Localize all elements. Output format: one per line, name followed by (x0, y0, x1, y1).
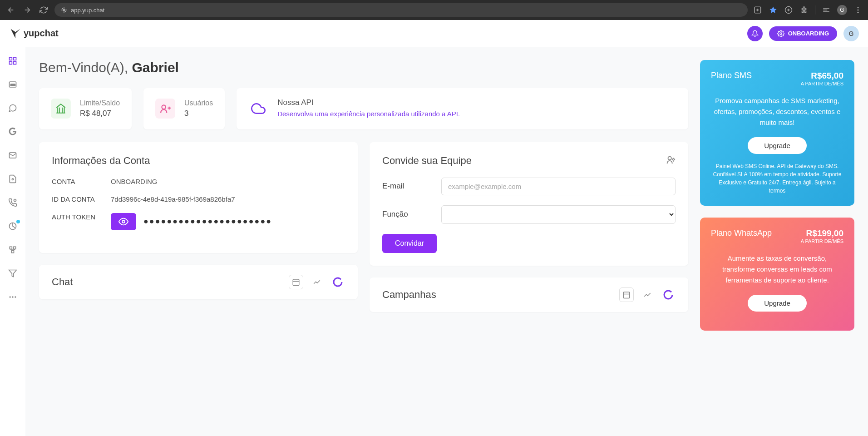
plan-sms-name: Plano SMS (711, 71, 752, 80)
loading-icon[interactable] (661, 287, 676, 302)
back-button[interactable] (5, 5, 16, 15)
users-value: 3 (184, 109, 213, 118)
onboarding-button[interactable]: ONBOARDING (769, 26, 837, 41)
sidebar-item-sms[interactable]: SMS (7, 79, 18, 90)
plan-wa-price: R$199,00 (801, 228, 843, 238)
sidebar-item-google[interactable] (7, 126, 18, 137)
conta-value: ONBOARDING (111, 178, 345, 185)
chart-line-icon[interactable] (310, 275, 324, 289)
email-label: E-mail (382, 182, 432, 191)
sidebar-item-calls[interactable] (7, 197, 18, 208)
reload-button[interactable] (38, 5, 49, 15)
balance-value: R$ 48,07 (80, 109, 120, 118)
svg-point-8 (858, 12, 859, 13)
campaigns-title: Campanhas (382, 289, 436, 301)
plan-wa-name: Plano WhatsApp (711, 228, 772, 238)
site-settings-icon (61, 7, 67, 13)
svg-rect-12 (14, 62, 16, 64)
svg-rect-20 (10, 247, 12, 249)
svg-marker-23 (9, 270, 17, 277)
sidebar-item-contacts[interactable] (7, 173, 18, 184)
reveal-token-button[interactable] (111, 213, 136, 230)
svg-point-0 (63, 9, 65, 11)
svg-rect-21 (14, 247, 16, 249)
sidebar-item-dashboard[interactable] (7, 55, 18, 66)
stat-api: Nossa API Desenvolva uma experiência per… (237, 88, 688, 129)
invite-title: Convide sua Equipe (382, 155, 472, 167)
browser-chrome: app.yup.chat G (0, 0, 868, 20)
email-field[interactable] (441, 178, 676, 195)
plan-wa-upgrade-button[interactable]: Upgrade (748, 295, 807, 312)
plan-sms-upgrade-button[interactable]: Upgrade (748, 137, 807, 154)
media-icon[interactable] (822, 5, 831, 15)
notifications-button[interactable] (747, 26, 763, 41)
loading-icon[interactable] (330, 275, 345, 289)
plan-wa-desc: Aumente as taxas de conversão, transform… (711, 253, 843, 286)
svg-point-28 (122, 220, 125, 223)
svg-point-25 (12, 296, 13, 297)
calendar-icon[interactable] (619, 287, 634, 302)
logo[interactable]: yupchat (9, 27, 59, 40)
svg-rect-29 (293, 279, 299, 286)
svg-rect-13 (10, 62, 12, 64)
users-label: Usuários (184, 99, 213, 107)
menu-icon[interactable] (853, 5, 863, 15)
sidebar-item-more[interactable] (7, 292, 18, 302)
extensions-icon[interactable] (799, 5, 809, 15)
svg-text:SMS: SMS (10, 84, 16, 86)
sidebar-item-whatsapp[interactable] (7, 103, 18, 114)
bell-icon (751, 30, 759, 37)
invite-team-panel: Convide sua Equipe E-mail Função (370, 142, 688, 266)
plan-sms-price: R$65,00 (801, 71, 843, 81)
svg-point-36 (664, 291, 672, 299)
role-select[interactable] (441, 205, 676, 224)
plan-wa-price-sub: A PARTIR DE/MÊS (801, 238, 843, 244)
plan-sms-card: Plano SMS R$65,00 A PARTIR DE/MÊS Promov… (700, 60, 854, 206)
url-text: app.yup.chat (71, 7, 104, 14)
svg-point-18 (14, 199, 16, 202)
invite-button[interactable]: Convidar (382, 234, 437, 253)
chart-line-icon[interactable] (640, 287, 655, 302)
role-label: Função (382, 210, 432, 219)
svg-point-9 (780, 33, 782, 35)
calendar-icon[interactable] (289, 275, 303, 289)
url-bar[interactable]: app.yup.chat (54, 3, 748, 17)
logo-text: yupchat (24, 28, 59, 39)
user-avatar[interactable]: G (843, 26, 859, 41)
bookmark-icon[interactable] (769, 5, 778, 15)
svg-point-26 (15, 296, 16, 297)
svg-point-7 (858, 10, 859, 11)
welcome-heading: Bem-Vindo(A), Gabriel (39, 60, 688, 75)
stat-balance: Limite/Saldo R$ 48,07 (39, 88, 132, 129)
svg-rect-22 (12, 251, 14, 253)
cloud-icon (248, 99, 268, 119)
plan-sms-price-sub: A PARTIR DE/MÊS (801, 81, 843, 86)
install-icon[interactable] (753, 5, 762, 15)
svg-rect-34 (623, 292, 630, 298)
sidebar-item-filter[interactable] (7, 268, 18, 279)
account-title: Informações da Conta (52, 155, 345, 167)
conta-label: CONTA (52, 178, 111, 185)
team-settings-icon[interactable] (666, 155, 676, 167)
chat-title: Chat (52, 276, 73, 288)
svg-point-17 (12, 178, 13, 180)
svg-point-27 (162, 105, 166, 109)
api-title: Nossa API (277, 98, 460, 107)
profile-avatar[interactable]: G (837, 5, 847, 15)
svg-rect-11 (14, 58, 16, 60)
token-masked: ●●●●●●●●●●●●●●●●●●●●●● (143, 217, 272, 226)
account-id-label: ID DA CONTA (52, 195, 111, 203)
account-info-panel: Informações da Conta CONTA ONBOARDING ID… (39, 142, 358, 253)
logo-icon (9, 27, 22, 40)
gear-icon (777, 30, 784, 37)
forward-button[interactable] (22, 5, 33, 15)
sidebar-item-flows[interactable] (7, 244, 18, 255)
svg-point-6 (858, 7, 859, 8)
svg-point-32 (668, 156, 671, 159)
new-tab-icon[interactable] (784, 5, 793, 15)
sidebar-item-email[interactable] (7, 150, 18, 161)
campaigns-widget: Campanhas (370, 277, 688, 312)
api-link[interactable]: Desenvolva uma experiência personalizada… (277, 109, 460, 119)
bank-icon (51, 99, 71, 119)
sidebar-item-analytics[interactable] (7, 221, 18, 232)
